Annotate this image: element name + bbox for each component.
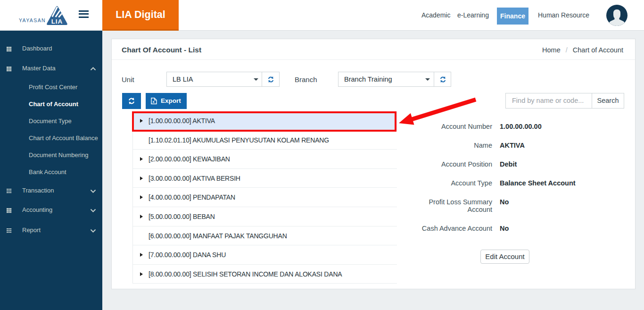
svg-text:LIA: LIA — [51, 18, 63, 25]
